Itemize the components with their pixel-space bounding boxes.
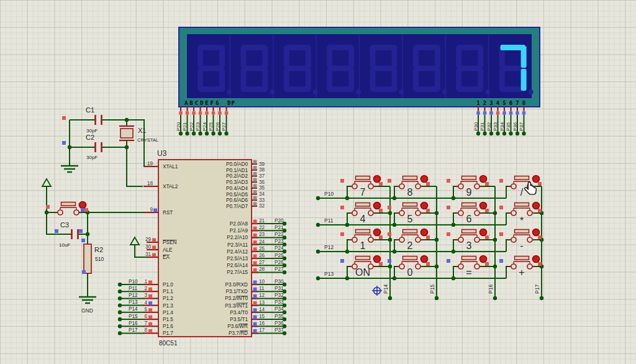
pin-number: 22 xyxy=(259,225,265,230)
pin-name: P0.2/AD2 xyxy=(226,173,248,179)
pin-number: 35 xyxy=(259,185,265,191)
mcu-ref: U3 xyxy=(157,149,167,158)
junction-dot xyxy=(118,283,122,286)
button-indicator-led[interactable] xyxy=(480,229,487,236)
digit-index-label: 3 xyxy=(489,100,493,106)
digit-index-label: 1 xyxy=(476,100,479,106)
pin-number: 12 xyxy=(259,293,265,298)
button-indicator-led[interactable] xyxy=(421,202,428,209)
button-actuator[interactable] xyxy=(515,257,529,260)
button-indicator-led[interactable] xyxy=(480,202,487,209)
key-label: 7 xyxy=(360,187,366,198)
button-indicator-led[interactable] xyxy=(533,176,540,183)
capacitor-c2[interactable]: C230pF xyxy=(62,134,127,160)
button-indicator-led[interactable] xyxy=(421,176,428,183)
resistor-body[interactable] xyxy=(84,244,91,273)
logic-state-square xyxy=(253,268,257,272)
button-terminal xyxy=(416,237,420,242)
net-label: P22 xyxy=(189,122,194,131)
button-indicator-led[interactable] xyxy=(374,202,381,209)
button-actuator[interactable] xyxy=(462,203,476,207)
segment-F-ghost xyxy=(198,46,203,68)
crystal-circuit[interactable]: C130pFC230pFX1CRYSTAL xyxy=(61,106,158,186)
key-label: 0 xyxy=(407,267,413,278)
key-label: = xyxy=(466,267,471,278)
button-actuator[interactable] xyxy=(356,230,370,234)
net-label: P23 xyxy=(195,122,201,131)
seven-segment-display[interactable]: ABCDEFGDP12345678P20P21P22P23P24P25P26P2… xyxy=(176,27,540,135)
mcu-pin-p0-3: 36P0.3/AD3 xyxy=(226,178,265,186)
part-ref: C3 xyxy=(60,221,69,229)
button-actuator[interactable] xyxy=(515,230,529,234)
pin-number: 27 xyxy=(259,260,265,265)
capacitor-c1[interactable]: C130pF xyxy=(62,106,127,134)
pin-name: EA xyxy=(163,255,170,260)
button-terminal xyxy=(527,211,532,216)
button-indicator-led[interactable] xyxy=(374,176,381,183)
logic-state-square xyxy=(253,288,257,291)
button-actuator[interactable] xyxy=(61,202,76,206)
button-terminal xyxy=(399,237,404,242)
button-terminal xyxy=(352,184,357,189)
button-indicator-led[interactable] xyxy=(374,256,381,263)
net-label: P32 xyxy=(486,122,492,131)
button-actuator[interactable] xyxy=(403,257,417,260)
logic-state-square xyxy=(253,160,257,164)
key-label: * xyxy=(520,216,524,226)
mcu-pin-p0-4: 35P0.4/AD4 xyxy=(226,184,265,191)
button-indicator-led[interactable] xyxy=(533,202,540,209)
segment-E-ghost xyxy=(198,69,203,91)
button-indicator-led[interactable] xyxy=(80,202,86,209)
logic-state-square xyxy=(253,172,257,176)
button-indicator-led[interactable] xyxy=(533,256,540,263)
segment-dp-ghost xyxy=(313,89,318,94)
pin-name: XTAL2 xyxy=(163,184,178,189)
logic-state-square xyxy=(253,294,257,298)
segment-dp-ghost xyxy=(227,89,232,94)
pin-number: 39 xyxy=(259,162,265,167)
button-actuator[interactable] xyxy=(515,176,529,180)
button-actuator[interactable] xyxy=(515,203,529,207)
crystal-x1[interactable]: X1CRYSTAL xyxy=(119,120,158,147)
button-indicator-led[interactable] xyxy=(480,256,487,263)
logic-state-square xyxy=(81,239,85,242)
logic-state-square xyxy=(253,255,257,258)
net-label: P10 xyxy=(324,191,334,197)
junction-dot xyxy=(118,303,122,307)
button-actuator[interactable] xyxy=(403,230,417,234)
logic-state-square xyxy=(485,262,489,266)
key-label: 6 xyxy=(466,214,472,224)
button-actuator[interactable] xyxy=(403,203,417,207)
button-actuator[interactable] xyxy=(462,176,476,180)
button-indicator-led[interactable] xyxy=(480,176,487,183)
button-indicator-led[interactable] xyxy=(374,229,381,236)
logic-state-square xyxy=(218,111,222,115)
keypad[interactable]: P10P11P12P13P14P15P16P17789/456*123-ON0=… xyxy=(316,176,543,301)
button-actuator[interactable] xyxy=(462,257,476,260)
button-indicator-led[interactable] xyxy=(421,229,428,236)
button-actuator[interactable] xyxy=(356,257,370,260)
logic-state-square xyxy=(476,111,480,115)
segment-B-lit xyxy=(521,46,527,68)
key-label: 4 xyxy=(360,214,366,224)
pin-name: P1.1 xyxy=(163,289,173,294)
button-actuator[interactable] xyxy=(356,176,370,180)
logic-state-square xyxy=(379,262,383,266)
net-label: P20 xyxy=(275,218,284,224)
button-actuator[interactable] xyxy=(356,203,370,207)
segment-G-ghost xyxy=(328,66,353,71)
segment-B-ghost xyxy=(348,46,354,68)
button-indicator-led[interactable] xyxy=(533,229,540,236)
button-actuator[interactable] xyxy=(403,176,417,180)
button-indicator-led[interactable] xyxy=(421,256,428,263)
pin-number: 29 xyxy=(145,237,152,242)
key-label: 9 xyxy=(466,187,472,198)
junction-dot xyxy=(345,196,349,200)
net-label: P13 xyxy=(324,271,334,277)
logic-state-square xyxy=(379,209,383,212)
button-actuator[interactable] xyxy=(462,230,476,234)
xtal-body[interactable] xyxy=(120,129,133,138)
mcu-80c51[interactable]: U380C5119XTAL118XTAL29RST29PSEN30ALE31EA… xyxy=(118,149,286,347)
digit-index-label: 8 xyxy=(522,100,525,106)
resistor-r2[interactable]: R2510 xyxy=(82,244,104,274)
